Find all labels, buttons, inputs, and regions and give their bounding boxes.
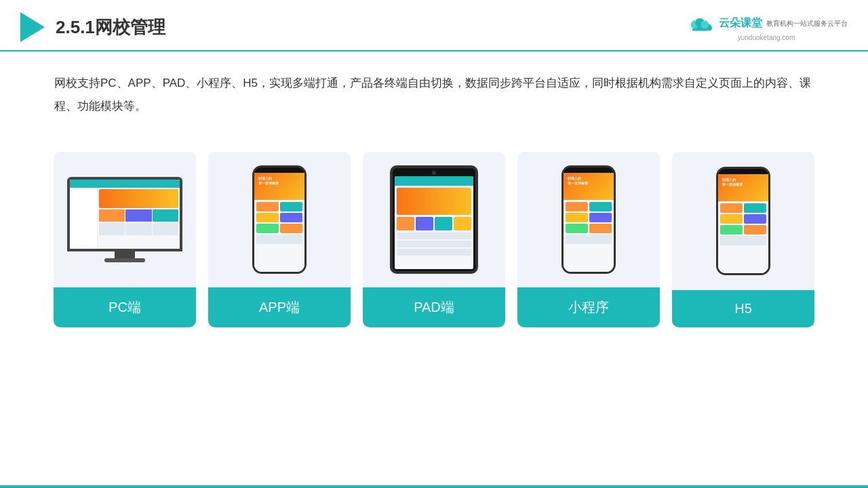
h5-item-2 (744, 203, 766, 213)
header-left: 2.5.1网校管理 (20, 12, 165, 42)
miniprogram-banner-text: 职通人的第一堂训推课 (568, 176, 588, 186)
card-pc-image (54, 152, 196, 287)
miniprogram-item-6 (589, 224, 612, 233)
miniprogram-content (564, 200, 614, 272)
brand-logo: 云朵课堂 教育机构一站式服务云平台 (685, 14, 848, 34)
h5-item-3 (720, 214, 743, 224)
phone-item-3 (256, 213, 279, 222)
card-pad-image (363, 152, 505, 287)
pc-card-5 (125, 223, 152, 235)
pc-card-1 (99, 209, 125, 222)
phone-banner-text: 职通人的第一堂训推课 (258, 176, 279, 186)
pad-device (390, 165, 478, 274)
card-miniprogram: 职通人的第一堂训推课 (517, 152, 660, 327)
pc-card-3 (153, 209, 179, 222)
card-pad: PAD端 (363, 152, 505, 327)
card-h5: 职通人的第一堂训推课 (672, 152, 814, 327)
phone-item-7 (256, 235, 302, 244)
bottom-bar (0, 485, 868, 488)
miniprogram-phone-device: 职通人的第一堂训推课 (561, 165, 616, 274)
pad-screen (395, 176, 473, 269)
pc-nav-bar (70, 180, 180, 188)
pad-card-3 (435, 217, 452, 230)
h5-item-5 (720, 225, 743, 235)
pc-card-2 (125, 209, 152, 222)
card-miniprogram-image: 职通人的第一堂训推课 (517, 152, 660, 287)
h5-row-1 (720, 203, 766, 213)
h5-row-2 (720, 214, 766, 224)
card-miniprogram-label: 小程序 (517, 287, 660, 327)
header-right: 云朵课堂 教育机构一站式服务云平台 yunduoketang.com (685, 14, 848, 41)
pad-content (395, 186, 473, 269)
card-pc: PC端 (54, 152, 196, 327)
h5-content (718, 201, 768, 273)
pc-monitor (67, 177, 182, 251)
pc-card-4 (99, 223, 125, 235)
miniprogram-notch (579, 167, 598, 173)
phone-notch (270, 167, 289, 173)
miniprogram-row-4 (566, 235, 612, 244)
pc-cards-row-2 (99, 223, 179, 235)
app-phone-device: 职通人的第一堂训推课 (252, 165, 307, 274)
h5-banner-text: 职通人的第一堂训推课 (722, 178, 743, 187)
miniprogram-row-2 (566, 213, 612, 222)
pc-card-6 (153, 223, 179, 235)
pad-card-1 (397, 217, 414, 230)
h5-item-7 (720, 236, 766, 245)
miniprogram-item-5 (566, 224, 588, 233)
phone-item-4 (280, 213, 302, 222)
pad-card-2 (416, 217, 433, 230)
cloud-logo-icon (685, 14, 715, 34)
card-pad-label: PAD端 (363, 287, 505, 327)
h5-row-3 (720, 225, 766, 235)
phone-content (254, 200, 304, 272)
cards-container: PC端 职通人的第一堂训推课 (0, 131, 868, 341)
phone-row-3 (256, 224, 302, 233)
miniprogram-screen: 职通人的第一堂训推课 (564, 173, 614, 272)
card-app: 职通人的第一堂训推课 (208, 152, 351, 327)
phone-item-2 (280, 202, 302, 211)
svg-point-5 (701, 20, 709, 28)
pad-cards (397, 217, 471, 230)
h5-phone-device: 职通人的第一堂训推课 (716, 167, 770, 275)
pad-camera (432, 171, 436, 175)
brand-name: 云朵课堂 (719, 16, 762, 30)
card-pc-label: PC端 (54, 287, 196, 327)
card-app-label: APP端 (208, 287, 351, 327)
pad-nav (395, 176, 473, 186)
header: 2.5.1网校管理 云朵课堂 教育机构一站式服务云平台 yunduoketang… (0, 0, 868, 52)
card-h5-label: H5 (672, 290, 814, 327)
page-title: 2.5.1网校管理 (56, 16, 165, 39)
miniprogram-banner: 职通人的第一堂训推课 (564, 173, 614, 200)
pad-row-3 (397, 249, 471, 256)
card-h5-image: 职通人的第一堂训推课 (672, 152, 814, 290)
miniprogram-row-3 (566, 224, 612, 233)
pc-device (67, 177, 182, 262)
miniprogram-item-7 (566, 235, 612, 244)
phone-item-1 (256, 202, 279, 211)
h5-item-1 (720, 203, 743, 213)
h5-notch (734, 169, 753, 174)
phone-item-5 (256, 224, 279, 233)
miniprogram-item-1 (566, 202, 588, 211)
pc-sidebar (70, 188, 98, 249)
phone-banner: 职通人的第一堂训推课 (254, 173, 304, 200)
h5-item-6 (744, 225, 766, 235)
phone-row-2 (256, 213, 302, 222)
pc-content (70, 188, 180, 249)
h5-screen: 职通人的第一堂训推课 (718, 174, 768, 273)
pc-base (104, 258, 145, 262)
brand-tagline: 教育机构一站式服务云平台 (766, 19, 848, 28)
pc-banner (99, 189, 179, 208)
pc-cards-row (99, 209, 179, 222)
pad-banner (397, 188, 471, 215)
card-app-image: 职通人的第一堂训推课 (208, 152, 351, 287)
h5-item-4 (744, 214, 766, 224)
miniprogram-item-4 (589, 213, 612, 222)
pc-stand (115, 251, 135, 258)
h5-banner: 职通人的第一堂训推课 (718, 174, 768, 201)
phone-row-1 (256, 202, 302, 211)
miniprogram-item-2 (589, 202, 612, 211)
logo-triangle-icon (20, 12, 45, 42)
phone-row-4 (256, 235, 302, 244)
